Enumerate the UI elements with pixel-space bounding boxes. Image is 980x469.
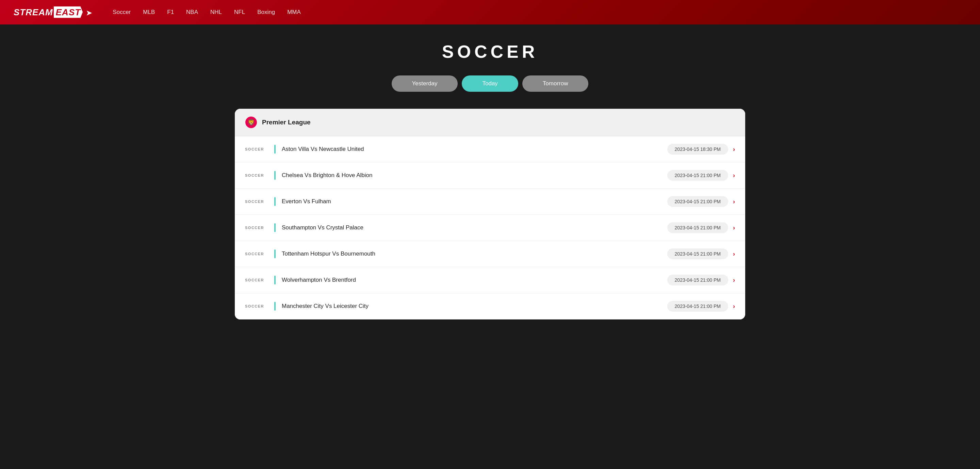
match-time-wrap: 2023-04-15 21:00 PM › [667, 170, 735, 181]
match-time-wrap: 2023-04-15 21:00 PM › [667, 301, 735, 312]
match-divider [274, 171, 275, 180]
match-time-badge: 2023-04-15 21:00 PM [667, 222, 728, 233]
chevron-right-icon: › [733, 250, 735, 258]
match-time-wrap: 2023-04-15 18:30 PM › [667, 144, 735, 155]
site-logo[interactable]: STREAMEAST ➤ [14, 7, 92, 17]
match-sport-label: SOCCER [245, 252, 268, 256]
date-tabs: Yesterday Today Tomorrow [7, 76, 973, 92]
match-row[interactable]: SOCCER Southampton Vs Crystal Palace 202… [235, 215, 745, 241]
match-time-badge: 2023-04-15 21:00 PM [667, 196, 728, 207]
tab-today[interactable]: Today [462, 76, 518, 92]
match-sport-label: SOCCER [245, 278, 268, 282]
chevron-right-icon: › [733, 277, 735, 284]
matches-list: SOCCER Aston Villa Vs Newcastle United 2… [235, 136, 745, 320]
match-time-badge: 2023-04-15 21:00 PM [667, 170, 728, 181]
match-row[interactable]: SOCCER Wolverhampton Vs Brentford 2023-0… [235, 267, 745, 293]
premier-league-icon: 🦁 [245, 116, 257, 128]
main-nav: STREAMEAST ➤ Soccer MLB F1 NBA NHL NFL B… [0, 0, 980, 24]
match-sport-label: SOCCER [245, 147, 268, 151]
logo-east: EAST [54, 6, 83, 18]
nav-links: Soccer MLB F1 NBA NHL NFL Boxing MMA [113, 9, 301, 16]
match-sport-label: SOCCER [245, 200, 268, 204]
nav-item-nhl[interactable]: NHL [210, 9, 222, 16]
tab-yesterday[interactable]: Yesterday [392, 76, 458, 92]
logo-text: STREAMEAST ➤ [14, 7, 92, 17]
match-sport-label: SOCCER [245, 226, 268, 230]
match-divider [274, 249, 275, 258]
league-panel-premier-league: 🦁 Premier League SOCCER Aston Villa Vs N… [235, 109, 745, 320]
match-row[interactable]: SOCCER Aston Villa Vs Newcastle United 2… [235, 136, 745, 162]
tab-tomorrow[interactable]: Tomorrow [522, 76, 589, 92]
match-time-badge: 2023-04-15 18:30 PM [667, 144, 728, 155]
chevron-right-icon: › [733, 224, 735, 231]
chevron-right-icon: › [733, 198, 735, 205]
nav-link-nba[interactable]: NBA [186, 9, 198, 15]
nav-link-f1[interactable]: F1 [167, 9, 174, 15]
main-content: SOCCER Yesterday Today Tomorrow 🦁 Premie… [0, 24, 980, 469]
match-time-wrap: 2023-04-15 21:00 PM › [667, 196, 735, 207]
nav-item-nfl[interactable]: NFL [234, 9, 245, 16]
league-header: 🦁 Premier League [235, 109, 745, 136]
match-sport-label: SOCCER [245, 173, 268, 177]
match-row[interactable]: SOCCER Everton Vs Fulham 2023-04-15 21:0… [235, 189, 745, 215]
match-time-wrap: 2023-04-15 21:00 PM › [667, 275, 735, 285]
nav-item-f1[interactable]: F1 [167, 9, 174, 16]
nav-item-boxing[interactable]: Boxing [257, 9, 275, 16]
match-divider [274, 145, 275, 154]
match-divider [274, 302, 275, 311]
match-sport-label: SOCCER [245, 304, 268, 308]
match-name: Wolverhampton Vs Brentford [282, 277, 667, 284]
nav-link-boxing[interactable]: Boxing [257, 9, 275, 15]
logo-stream: STREAM [14, 7, 53, 17]
nav-item-mma[interactable]: MMA [287, 9, 301, 16]
match-name: Aston Villa Vs Newcastle United [282, 146, 667, 152]
nav-item-nba[interactable]: NBA [186, 9, 198, 16]
match-time-wrap: 2023-04-15 21:00 PM › [667, 249, 735, 259]
pl-lion-svg: 🦁 [245, 116, 257, 128]
match-divider [274, 197, 275, 206]
chevron-right-icon: › [733, 172, 735, 179]
match-divider [274, 276, 275, 284]
match-row[interactable]: SOCCER Chelsea Vs Brighton & Hove Albion… [235, 162, 745, 189]
nav-link-mlb[interactable]: MLB [143, 9, 155, 15]
match-time-wrap: 2023-04-15 21:00 PM › [667, 222, 735, 233]
match-name: Southampton Vs Crystal Palace [282, 224, 667, 231]
nav-link-nfl[interactable]: NFL [234, 9, 245, 15]
match-name: Everton Vs Fulham [282, 198, 667, 205]
match-name: Tottenham Hotspur Vs Bournemouth [282, 250, 667, 257]
match-name: Chelsea Vs Brighton & Hove Albion [282, 172, 667, 179]
nav-link-soccer[interactable]: Soccer [113, 9, 130, 15]
match-divider [274, 223, 275, 232]
match-name: Manchester City Vs Leicester City [282, 303, 667, 310]
match-time-badge: 2023-04-15 21:00 PM [667, 301, 728, 312]
chevron-right-icon: › [733, 146, 735, 153]
nav-link-mma[interactable]: MMA [287, 9, 301, 15]
league-name: Premier League [262, 119, 311, 126]
match-row[interactable]: SOCCER Manchester City Vs Leicester City… [235, 293, 745, 320]
page-title: SOCCER [7, 41, 973, 62]
chevron-right-icon: › [733, 303, 735, 310]
nav-item-mlb[interactable]: MLB [143, 9, 155, 16]
match-row[interactable]: SOCCER Tottenham Hotspur Vs Bournemouth … [235, 241, 745, 267]
svg-text:🦁: 🦁 [247, 119, 255, 126]
nav-item-soccer[interactable]: Soccer [113, 9, 130, 16]
match-time-badge: 2023-04-15 21:00 PM [667, 249, 728, 259]
nav-link-nhl[interactable]: NHL [210, 9, 222, 15]
match-time-badge: 2023-04-15 21:00 PM [667, 275, 728, 285]
